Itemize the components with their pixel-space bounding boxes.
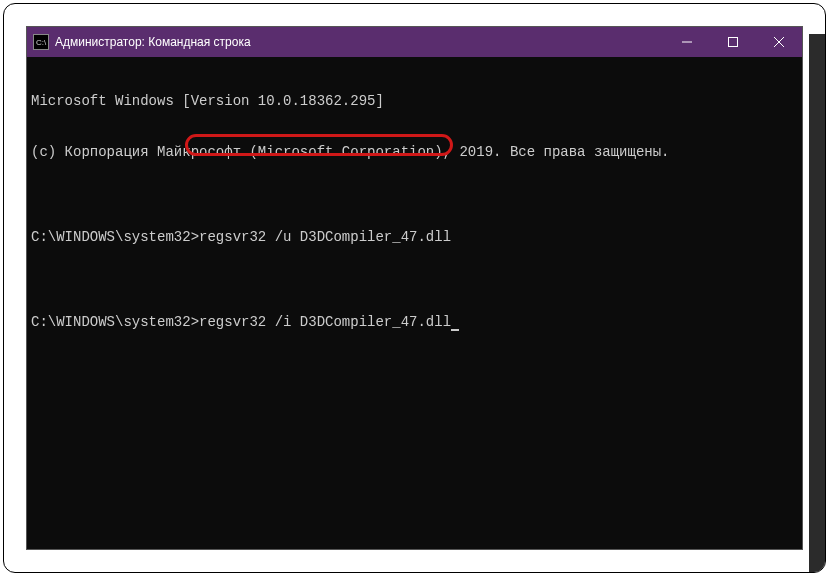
scrollbar[interactable]: [809, 34, 825, 572]
window-controls: [664, 27, 802, 57]
close-button[interactable]: [756, 27, 802, 57]
command-prompt-window: C:\ Администратор: Командная строка Micr…: [26, 26, 803, 550]
command-line-1: C:\WINDOWS\system32>regsvr32 /u D3DCompi…: [31, 229, 798, 246]
maximize-button[interactable]: [710, 27, 756, 57]
window-title: Администратор: Командная строка: [55, 35, 251, 49]
command-line-2: C:\WINDOWS\system32>regsvr32 /i D3DCompi…: [31, 314, 798, 331]
version-line: Microsoft Windows [Version 10.0.18362.29…: [31, 93, 798, 110]
maximize-icon: [728, 37, 738, 47]
prompt-2: C:\WINDOWS\system32>: [31, 314, 199, 330]
close-icon: [774, 37, 784, 47]
terminal-area[interactable]: Microsoft Windows [Version 10.0.18362.29…: [27, 57, 802, 549]
command-2: regsvr32 /i D3DCompiler_47.dll: [199, 314, 451, 330]
command-1: regsvr32 /u D3DCompiler_47.dll: [199, 229, 451, 245]
copyright-line: (c) Корпорация Майкрософт (Microsoft Cor…: [31, 144, 798, 161]
screenshot-frame: C:\ Администратор: Командная строка Micr…: [3, 3, 826, 573]
prompt-1: C:\WINDOWS\system32>: [31, 229, 199, 245]
minimize-button[interactable]: [664, 27, 710, 57]
svg-rect-1: [729, 38, 738, 47]
cmd-icon: C:\: [33, 34, 49, 50]
minimize-icon: [682, 37, 692, 47]
cursor: [451, 317, 459, 331]
titlebar[interactable]: C:\ Администратор: Командная строка: [27, 27, 802, 57]
